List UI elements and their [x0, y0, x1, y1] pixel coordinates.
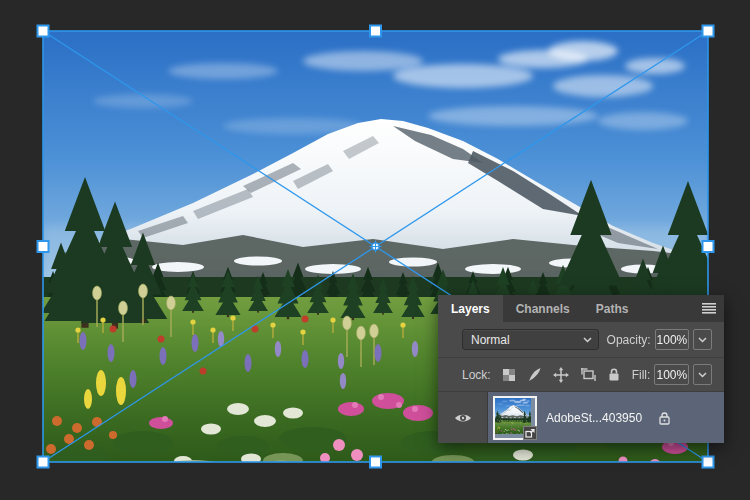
hamburger-menu-icon: [702, 303, 716, 314]
fill-label: Fill:: [632, 368, 651, 382]
lock-icon: [607, 367, 621, 382]
lock-icon: [658, 411, 671, 425]
blend-mode-row: Normal Opacity: 100%: [438, 322, 724, 357]
lock-pixels-button[interactable]: [527, 367, 542, 383]
blend-mode-select[interactable]: Normal: [462, 329, 599, 350]
transform-handle-top-right[interactable]: [703, 26, 714, 37]
panel-tab-strip: Layers Channels Paths: [438, 295, 724, 322]
layer-thumbnail[interactable]: [493, 396, 537, 440]
transform-handle-top-center[interactable]: [370, 26, 381, 37]
chevron-down-icon: [698, 372, 707, 378]
opacity-dropdown-button[interactable]: [693, 329, 712, 350]
move-icon: [553, 367, 569, 383]
tab-layers[interactable]: Layers: [438, 295, 503, 322]
opacity-label: Opacity:: [607, 333, 651, 347]
panel-menu-button[interactable]: [694, 295, 724, 322]
artboard-icon: [580, 367, 596, 382]
layer-row[interactable]: AdobeSt...403950: [438, 392, 724, 443]
chevron-down-icon: [583, 337, 592, 343]
lock-artboard-nesting-button[interactable]: [580, 367, 596, 383]
transform-handle-middle-right[interactable]: [703, 241, 714, 252]
lock-all-button[interactable]: [607, 367, 621, 383]
chevron-down-icon: [698, 337, 707, 343]
fill-group: Fill: 100%: [632, 364, 713, 385]
tab-spacer: [641, 295, 694, 322]
eye-icon: [454, 412, 472, 424]
brush-icon: [527, 367, 542, 382]
tab-channels[interactable]: Channels: [503, 295, 583, 322]
transform-reference-point[interactable]: [370, 241, 382, 253]
lock-position-button[interactable]: [553, 367, 569, 383]
lock-label: Lock:: [462, 368, 491, 382]
layers-panel: Layers Channels Paths Normal Opacity: 10…: [438, 295, 724, 443]
photoshop-canvas: { "layers_panel": { "tabs": [ {"label": …: [0, 0, 750, 500]
transform-handle-top-left[interactable]: [38, 26, 49, 37]
layer-visibility-toggle[interactable]: [438, 392, 488, 443]
tab-paths[interactable]: Paths: [583, 295, 642, 322]
transform-handle-bottom-center[interactable]: [370, 457, 381, 468]
fill-input[interactable]: 100%: [654, 364, 689, 385]
transform-handle-middle-left[interactable]: [38, 241, 49, 252]
lock-transparency-button[interactable]: [502, 367, 516, 383]
transform-handle-bottom-left[interactable]: [38, 457, 49, 468]
opacity-input[interactable]: 100%: [655, 329, 690, 350]
transform-handle-bottom-right[interactable]: [703, 457, 714, 468]
layer-row-selected[interactable]: AdobeSt...403950: [488, 392, 724, 443]
lock-row: Lock:: [438, 358, 724, 391]
checkerboard-icon: [502, 368, 516, 382]
smart-object-badge: [523, 426, 537, 440]
layer-name[interactable]: AdobeSt...403950: [546, 411, 642, 425]
smart-object-icon: [525, 428, 535, 438]
layer-locked-badge: [658, 411, 671, 425]
fill-dropdown-button[interactable]: [693, 364, 712, 385]
